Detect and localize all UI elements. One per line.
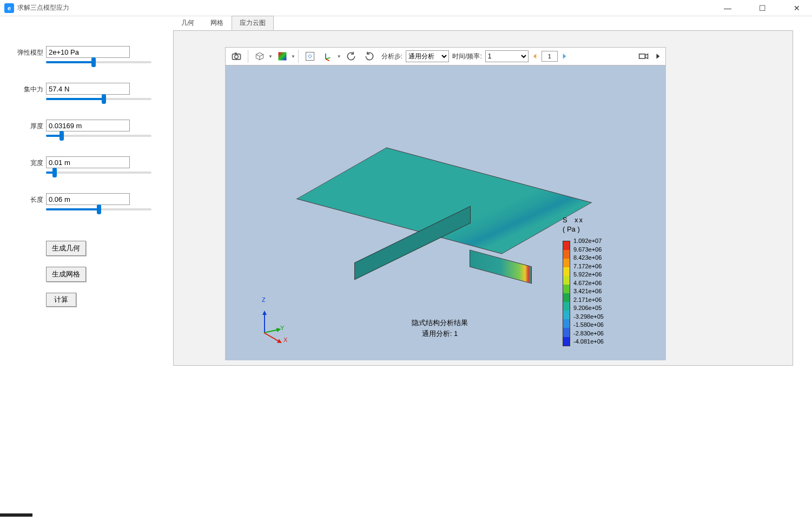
- tab-mesh[interactable]: 网格: [202, 16, 232, 30]
- param-label-1: 集中力: [16, 85, 43, 94]
- legend-segment: [563, 267, 570, 276]
- window-controls: — ☐ ✕: [717, 4, 808, 12]
- legend-segment: [563, 241, 570, 250]
- result-line-1: 隐式结构分析结果: [412, 318, 468, 328]
- tab-bar: 几何 网格 应力云图: [173, 16, 793, 30]
- legend-segment: [563, 293, 570, 302]
- result-caption: 隐式结构分析结果 通用分析: 1: [412, 318, 468, 339]
- param-slider-4[interactable]: [46, 208, 151, 210]
- legend-segment: [563, 311, 570, 319]
- param-label-2: 厚度: [16, 122, 43, 131]
- camera-icon[interactable]: [228, 49, 245, 64]
- colormap-icon[interactable]: [274, 49, 291, 64]
- window-title: 求解三点模型应力: [17, 3, 69, 12]
- minimize-button[interactable]: —: [717, 4, 738, 12]
- param-slider-1[interactable]: [46, 98, 151, 100]
- legend-value: -4.081e+06: [573, 338, 604, 346]
- legend-segment: [563, 302, 570, 311]
- param-slider-2[interactable]: [46, 135, 151, 137]
- svg-rect-4: [306, 52, 314, 61]
- param-input-1[interactable]: [46, 83, 130, 95]
- close-button[interactable]: ✕: [786, 4, 808, 12]
- legend-segment: [563, 276, 570, 285]
- legend-value: 8.423e+06: [573, 254, 604, 262]
- param-input-2[interactable]: [46, 120, 130, 131]
- param-label-0: 弹性模型: [16, 48, 43, 57]
- analysis-step-select[interactable]: 通用分析: [406, 50, 449, 62]
- maximize-button[interactable]: ☐: [751, 4, 773, 12]
- legend-unit: ( Pa ): [563, 225, 604, 233]
- param-input-3[interactable]: [46, 156, 130, 168]
- axes-dropdown-icon[interactable]: ▼: [337, 54, 341, 59]
- compute-button[interactable]: 计算: [46, 293, 76, 307]
- legend-title: S xx: [563, 216, 604, 224]
- expand-icon[interactable]: [653, 49, 663, 64]
- legend-value: 5.922e+06: [573, 271, 604, 279]
- record-icon[interactable]: [635, 49, 652, 64]
- legend-value: 9.206e+05: [573, 304, 604, 313]
- fit-view-icon[interactable]: [301, 49, 319, 64]
- legend-value: 4.672e+06: [573, 279, 604, 288]
- legend-value: -2.830e+06: [573, 329, 604, 338]
- generate-mesh-button[interactable]: 生成网格: [46, 267, 86, 282]
- legend-value: 3.421e+06: [573, 287, 604, 296]
- legend-value: 7.172e+06: [573, 262, 604, 271]
- viewer-toolbar: ▼ ▼ ▼ 分析步: 通用分: [225, 47, 666, 65]
- param-slider-0[interactable]: [46, 61, 151, 63]
- legend-segment: [563, 285, 570, 293]
- legend-value: -3.298e+05: [573, 313, 604, 321]
- axes-toggle-icon[interactable]: [320, 49, 337, 64]
- parameter-panel: 弹性模型集中力厚度宽度长度 生成几何 生成网格 计算: [0, 16, 173, 505]
- time-freq-select[interactable]: 1: [485, 50, 529, 62]
- tab-contour[interactable]: 应力云图: [232, 16, 274, 30]
- tab-geometry[interactable]: 几何: [173, 16, 202, 30]
- legend-value: 9.673e+06: [573, 246, 604, 254]
- param-label-4: 长度: [16, 195, 43, 205]
- rotate-right-icon[interactable]: [361, 49, 378, 64]
- app-icon: e: [4, 3, 14, 13]
- footer-edge: [0, 513, 32, 517]
- generate-geometry-button[interactable]: 生成几何: [46, 241, 86, 256]
- viewport-3d[interactable]: Z Y X 隐式结构分析结果 通用分析: 1 S xx ( Pa ) 1.092…: [225, 65, 666, 360]
- svg-point-1: [235, 55, 239, 59]
- param-slider-3[interactable]: [46, 172, 151, 174]
- titlebar: e 求解三点模型应力 — ☐ ✕: [0, 0, 812, 16]
- param-input-0[interactable]: [46, 46, 130, 58]
- legend-segment: [563, 328, 570, 337]
- legend-value: 2.171e+06: [573, 296, 604, 305]
- axis-triad: Z Y X: [258, 301, 290, 339]
- legend-value: 1.092e+07: [573, 237, 604, 246]
- viewer-panel: ▼ ▼ ▼ 分析步: 通用分: [173, 30, 793, 366]
- svg-rect-3: [278, 52, 286, 61]
- result-line-2: 通用分析: 1: [412, 328, 468, 339]
- legend-value: -1.580e+06: [573, 321, 604, 329]
- time-freq-label: 时间/频率:: [450, 52, 484, 61]
- frame-number-input[interactable]: [542, 51, 558, 62]
- svg-rect-2: [235, 52, 237, 54]
- next-frame-icon[interactable]: [559, 49, 570, 64]
- param-label-3: 宽度: [16, 159, 43, 168]
- legend-segment: [563, 259, 570, 267]
- analysis-step-label: 分析步:: [379, 52, 405, 61]
- colormap-dropdown-icon[interactable]: ▼: [291, 54, 295, 59]
- legend-segment: [563, 250, 570, 259]
- legend-segment: [563, 337, 570, 346]
- prev-frame-icon[interactable]: [530, 49, 540, 64]
- param-input-4[interactable]: [46, 193, 130, 205]
- legend-segment: [563, 319, 570, 328]
- rotate-left-icon[interactable]: [342, 49, 360, 64]
- svg-rect-5: [639, 54, 645, 58]
- color-legend: S xx ( Pa ) 1.092e+079.673e+068.423e+067…: [563, 216, 604, 346]
- cube-view-icon[interactable]: [251, 49, 268, 64]
- cube-dropdown-icon[interactable]: ▼: [268, 54, 273, 59]
